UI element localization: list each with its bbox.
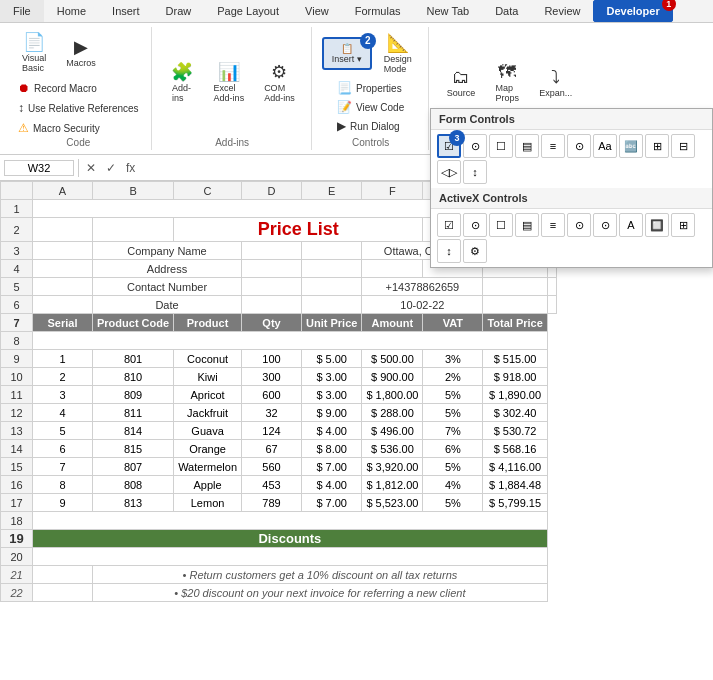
- run-dialog-button[interactable]: ▶ Run Dialog: [333, 117, 408, 135]
- activex-btn4[interactable]: ▤: [515, 213, 539, 237]
- activex-btn3[interactable]: ☐: [489, 213, 513, 237]
- discounts-row: 19 Discounts: [1, 530, 557, 548]
- contact-value[interactable]: +14378862659: [362, 278, 483, 296]
- price-list-title[interactable]: Price List: [174, 218, 423, 242]
- tab-data[interactable]: Data: [482, 0, 531, 22]
- name-box[interactable]: [4, 160, 74, 176]
- form-controls-title: Form Controls: [431, 109, 712, 130]
- form-ctrl-btn7[interactable]: Aa: [593, 134, 617, 158]
- col-vat: VAT: [423, 314, 483, 332]
- excel-addins-button[interactable]: 📊 ExcelAdd-ins: [206, 57, 253, 107]
- tab-home[interactable]: Home: [44, 0, 99, 22]
- row-7-header[interactable]: 7: [1, 314, 33, 332]
- activex-btn5[interactable]: ≡: [541, 213, 565, 237]
- insert-button[interactable]: 📋 Insert ▾ 2: [322, 37, 372, 70]
- row-8-header[interactable]: 8: [1, 332, 33, 350]
- form-ctrl-btn8[interactable]: 🔤: [619, 134, 643, 158]
- col-c[interactable]: C: [174, 182, 242, 200]
- col-a[interactable]: A: [33, 182, 93, 200]
- row-1-header[interactable]: 1: [1, 200, 33, 218]
- col-d[interactable]: D: [242, 182, 302, 200]
- source-button[interactable]: 🗂 Source: [439, 63, 484, 102]
- form-ctrl-checkbox[interactable]: ☑ 3: [437, 134, 461, 158]
- col-b[interactable]: B: [93, 182, 174, 200]
- tab-formulas[interactable]: Formulas: [342, 0, 414, 22]
- form-ctrl-btn2[interactable]: ⊙: [463, 134, 487, 158]
- properties-button[interactable]: 📃 Properties: [333, 79, 408, 97]
- table-row: 13 5814Guava124$ 4.00$ 496.007%$ 530.72: [1, 422, 557, 440]
- company-name-label[interactable]: Company Name: [93, 242, 242, 260]
- addins-icon: 🧩: [171, 61, 193, 83]
- form-ctrl-btn6[interactable]: ⊙: [567, 134, 591, 158]
- record-macro-button[interactable]: ⏺ Record Macro: [14, 79, 143, 97]
- col-product-code: Product Code: [93, 314, 174, 332]
- date-value[interactable]: 10-02-22: [362, 296, 483, 314]
- address-label[interactable]: Address: [93, 260, 242, 278]
- activex-btn7[interactable]: ⊙: [593, 213, 617, 237]
- cancel-icon[interactable]: ✕: [83, 161, 99, 175]
- contact-label[interactable]: Contact Number: [93, 278, 242, 296]
- col-e[interactable]: E: [302, 182, 362, 200]
- form-ctrl-btn11[interactable]: ◁▷: [437, 160, 461, 184]
- row-2-header[interactable]: 2: [1, 218, 33, 242]
- com-addins-button[interactable]: ⚙ COMAdd-ins: [256, 57, 303, 107]
- activex-btn10[interactable]: ⊞: [671, 213, 695, 237]
- discount-text-1: • Return customers get a 10% discount on…: [93, 566, 548, 584]
- macros-button[interactable]: ▶ Macros: [58, 32, 104, 72]
- expand-button[interactable]: ⤵ Expan...: [531, 63, 580, 102]
- activex-btn9[interactable]: 🔲: [645, 213, 669, 237]
- form-ctrl-btn3[interactable]: ☐: [489, 134, 513, 158]
- activex-btn6[interactable]: ⊙: [567, 213, 591, 237]
- group-code: 📄 VisualBasic ▶ Macros ⏺ Record Macro ↕ …: [6, 27, 152, 150]
- activex-btn8[interactable]: A: [619, 213, 643, 237]
- tab-draw[interactable]: Draw: [153, 0, 205, 22]
- macro-security-button[interactable]: ⚠ Macro Security: [14, 119, 143, 137]
- confirm-icon[interactable]: ✓: [103, 161, 119, 175]
- table-row: 10 2810Kiwi300$ 3.00$ 900.002%$ 918.00: [1, 368, 557, 386]
- fx-icon[interactable]: fx: [123, 161, 138, 175]
- tab-page-layout[interactable]: Page Layout: [204, 0, 292, 22]
- tab-developer[interactable]: Developer 1: [593, 0, 672, 22]
- design-mode-button[interactable]: 📐 DesignMode: [376, 28, 420, 78]
- table-row: 11 3809Apricot600$ 3.00$ 1,800.005%$ 1,8…: [1, 386, 557, 404]
- corner-header: [1, 182, 33, 200]
- activex-btn11[interactable]: ↕: [437, 239, 461, 263]
- row-3-header[interactable]: 3: [1, 242, 33, 260]
- tab-view[interactable]: View: [292, 0, 342, 22]
- group-addins-label: Add-ins: [215, 137, 249, 150]
- tab-insert[interactable]: Insert: [99, 0, 153, 22]
- row-6-header[interactable]: 6: [1, 296, 33, 314]
- tab-new-tab[interactable]: New Tab: [414, 0, 483, 22]
- map-properties-button[interactable]: 🗺 MapProps: [487, 58, 527, 107]
- table-row: 20: [1, 548, 557, 566]
- activex-btn2[interactable]: ⊙: [463, 213, 487, 237]
- form-ctrl-btn12[interactable]: ↕: [463, 160, 487, 184]
- insert-dropdown-popup: Form Controls ☑ 3 ⊙ ☐ ▤ ≡ ⊙ Aa 🔤 ⊞ ⊟ ◁▷ …: [430, 108, 713, 268]
- ribbon-tabs: File Home Insert Draw Page Layout View F…: [0, 0, 713, 23]
- form-ctrl-btn5[interactable]: ≡: [541, 134, 565, 158]
- form-ctrl-btn4[interactable]: ▤: [515, 134, 539, 158]
- col-qty: Qty: [242, 314, 302, 332]
- form-ctrl-btn10[interactable]: ⊟: [671, 134, 695, 158]
- group-code-label: Code: [66, 137, 90, 150]
- excel-addins-icon: 📊: [218, 61, 240, 83]
- view-code-button[interactable]: 📝 View Code: [333, 98, 408, 116]
- row-5-header[interactable]: 5: [1, 278, 33, 296]
- addins-button[interactable]: 🧩 Add-ins: [162, 57, 202, 107]
- col-f[interactable]: F: [362, 182, 423, 200]
- date-label[interactable]: Date: [93, 296, 242, 314]
- discount-text-2: • $20 discount on your next invoice for …: [93, 584, 548, 602]
- table-row: 12 4811Jackfruit32$ 9.00$ 288.005%$ 302.…: [1, 404, 557, 422]
- relative-references-button[interactable]: ↕ Use Relative References: [14, 99, 143, 117]
- row-4-header[interactable]: 4: [1, 260, 33, 278]
- properties-icon: 📃: [337, 81, 352, 95]
- form-controls-row: ☑ 3 ⊙ ☐ ▤ ≡ ⊙ Aa 🔤 ⊞ ⊟ ◁▷ ↕: [431, 130, 712, 188]
- tab-file[interactable]: File: [0, 0, 44, 22]
- activex-btn12[interactable]: ⚙: [463, 239, 487, 263]
- activex-btn1[interactable]: ☑: [437, 213, 461, 237]
- visual-basic-button[interactable]: 📄 VisualBasic: [14, 27, 54, 77]
- tab-review[interactable]: Review: [531, 0, 593, 22]
- visual-basic-icon: 📄: [23, 31, 45, 53]
- form-ctrl-btn9[interactable]: ⊞: [645, 134, 669, 158]
- table-row: 16 8808Apple453$ 4.00$ 1,812.004%$ 1,884…: [1, 476, 557, 494]
